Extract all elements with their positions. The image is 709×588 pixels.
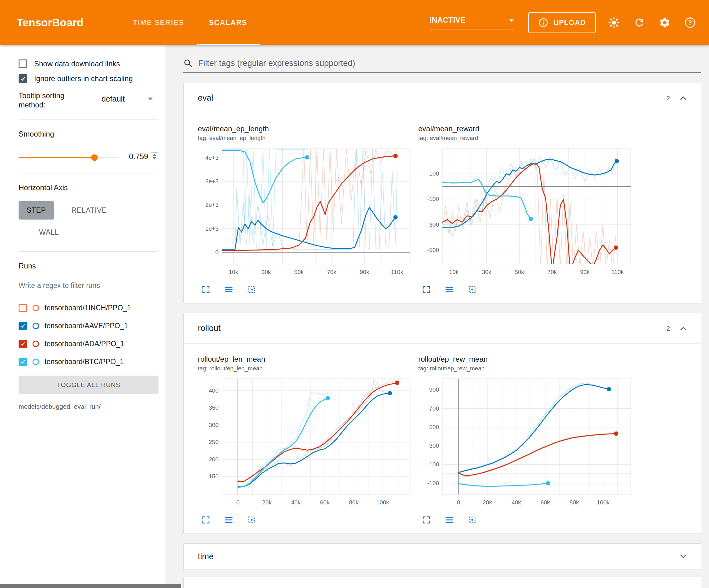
chart-plot[interactable]: 10k30k50k70k90k110k100-100-300-500 [418,143,634,281]
svg-text:20k: 20k [262,499,272,506]
smoothing-stepper[interactable] [151,152,158,161]
svg-text:80k: 80k [349,499,359,506]
smoothing-value-field[interactable]: 0.759 [129,152,158,163]
brightness-icon[interactable] [607,16,621,30]
axis-relative-button[interactable]: RELATIVE [63,201,114,220]
expand-chart-icon[interactable] [201,515,211,525]
chart-title: rollout/ep_len_mean [198,355,414,363]
show-download-links-row[interactable]: Show data download links [19,59,161,68]
svg-text:30k: 30k [261,269,271,275]
section-header-time[interactable]: time [184,544,701,569]
section-header-rollout[interactable]: rollout 2 [184,313,701,344]
svg-text:-300: -300 [427,222,439,228]
svg-text:0: 0 [457,499,460,506]
axis-wall-button[interactable]: WALL [31,223,67,241]
help-icon[interactable]: ? [683,16,697,30]
fit-domain-icon[interactable] [467,285,477,295]
chevron-down-icon[interactable] [679,554,687,559]
runs-title: Runs [19,262,161,270]
runs-table-icon[interactable] [444,285,454,295]
svg-text:100k: 100k [376,499,390,506]
run-color-circle[interactable] [32,340,39,347]
run-checkbox[interactable] [19,304,27,312]
upload-button[interactable]: UPLOAD [528,12,596,33]
run-row[interactable]: tensorboard/ADA/PPO_1 [19,335,161,353]
horizontal-scrollbar[interactable] [0,584,181,588]
run-row[interactable]: tensorboard/1INCH/PPO_1 [19,299,161,317]
runs-table-icon[interactable] [444,515,454,525]
status-dropdown[interactable]: INACTIVE [430,16,514,29]
svg-text:0: 0 [236,499,240,506]
run-color-circle[interactable] [32,305,39,311]
fit-domain-icon[interactable] [247,285,257,295]
svg-text:-100: -100 [427,196,439,202]
stepper-down-icon[interactable] [153,157,156,159]
chart-block-ep-len-mean: rollout/ep_len_mean tag: rollout/ep_len_… [197,355,414,525]
svg-text:10k: 10k [229,269,238,275]
svg-text:100: 100 [429,461,439,467]
chevron-up-icon[interactable] [679,95,687,101]
tab-scalars[interactable]: SCALARS [196,0,260,45]
run-checkbox[interactable] [19,340,27,348]
svg-text:70k: 70k [547,269,557,275]
run-checkbox[interactable] [19,358,27,366]
run-checkbox[interactable] [19,322,27,330]
runs-table-icon[interactable] [224,285,234,295]
expand-chart-icon[interactable] [201,285,211,295]
refresh-icon[interactable] [632,16,647,30]
show-download-links-checkbox[interactable] [19,59,27,68]
chart-plot[interactable]: 10k30k50k70k90k110k01e+32e+33e+34e+3 [197,143,414,281]
svg-text:0: 0 [215,249,218,255]
run-color-circle[interactable] [32,359,39,365]
chart-tag: tag: eval/mean_reward [418,135,634,142]
svg-text:100: 100 [429,170,439,177]
tooltip-sorting-value: default [102,95,125,103]
run-color-circle[interactable] [32,323,39,329]
run-label: tensorboard/BTC/PPO_1 [45,358,124,366]
smoothing-slider-fill [19,157,95,158]
ignore-outliers-checkbox[interactable] [19,74,27,83]
toggle-all-runs-button[interactable]: TOGGLE ALL RUNS [19,376,159,394]
svg-text:300: 300 [209,422,218,428]
chart-title: eval/mean_ep_length [198,125,414,133]
run-row[interactable]: tensorboard/BTC/PPO_1 [19,353,161,370]
section-title: time [198,552,214,561]
expand-chart-icon[interactable] [421,515,431,525]
tooltip-sorting-dropdown[interactable]: default [102,95,153,106]
section-header-eval[interactable]: eval 2 [184,83,701,113]
chart-title: eval/mean_reward [418,125,634,133]
svg-text:50k: 50k [294,269,304,275]
fit-domain-icon[interactable] [247,515,257,525]
svg-text:90k: 90k [580,269,590,275]
fit-domain-icon[interactable] [467,515,477,525]
chart-block-ep-rew-mean: rollout/ep_rew_mean tag: rollout/ep_rew_… [418,355,634,525]
settings-gear-icon[interactable] [658,16,672,30]
svg-text:400: 400 [209,387,218,394]
chevron-up-icon[interactable] [679,326,687,331]
chart-title: rollout/ep_rew_mean [418,355,634,363]
svg-text:2e+3: 2e+3 [205,202,218,208]
expand-chart-icon[interactable] [421,285,431,295]
smoothing-slider[interactable] [19,157,118,158]
run-row[interactable]: tensorboard/AAVE/PPO_1 [19,317,161,335]
ignore-outliers-row[interactable]: Ignore outliers in chart scaling [19,74,161,83]
stepper-up-icon[interactable] [153,154,156,156]
tag-filter-input[interactable] [198,58,701,68]
chart-block-mean-reward: eval/mean_reward tag: eval/mean_reward 1… [418,125,634,295]
chart-plot[interactable]: 020k40k60k80k100k150200250300350400 [197,374,414,512]
svg-text:3e+3: 3e+3 [205,178,218,184]
chart-tag: tag: rollout/ep_len_mean [198,365,414,372]
show-download-links-label: Show data download links [34,59,120,68]
svg-text:900: 900 [429,386,439,393]
svg-text:700: 700 [429,405,439,412]
chart-plot[interactable]: 020k40k60k80k100k-100100300500700900 [418,374,634,512]
header-actions: INACTIVE UPLOAD ? [430,12,697,33]
axis-step-button[interactable]: STEP [19,201,54,220]
chart-toolbar [197,515,414,525]
smoothing-slider-thumb[interactable] [91,154,98,161]
tab-time-series[interactable]: TIME SERIES [121,0,196,45]
chevron-down-icon [148,98,153,100]
chart-tag: tag: eval/mean_ep_length [198,135,414,142]
runs-table-icon[interactable] [224,515,234,525]
runs-filter-input[interactable] [19,279,155,293]
